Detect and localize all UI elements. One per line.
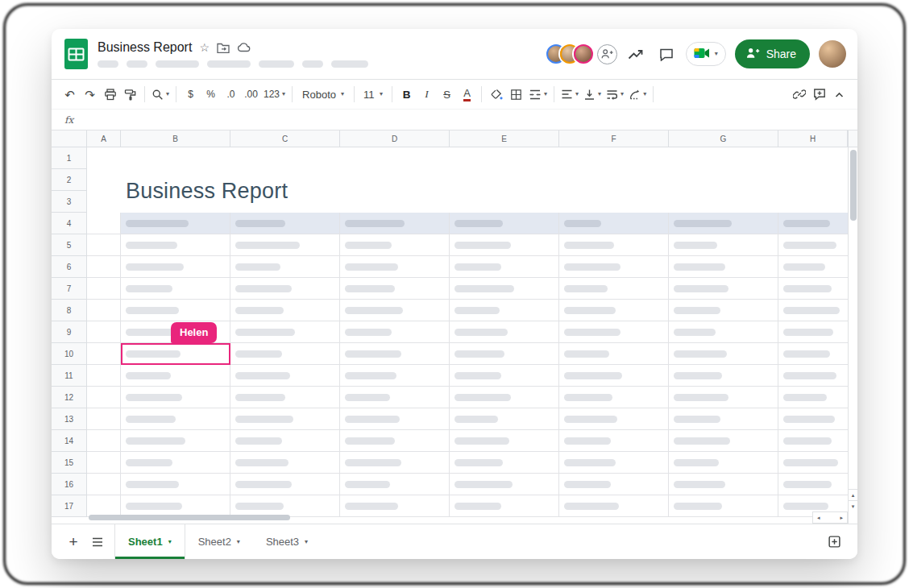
cell-A6[interactable] (87, 256, 121, 278)
row-header-2[interactable]: 2 (52, 169, 87, 191)
row-header-15[interactable]: 15 (52, 452, 87, 474)
cell-G8[interactable] (669, 300, 778, 321)
column-header-F[interactable]: F (559, 130, 669, 147)
cell-E6[interactable] (450, 256, 559, 278)
row-header-12[interactable]: 12 (52, 387, 87, 408)
cell-B12[interactable] (121, 387, 230, 408)
row-header-7[interactable]: 7 (52, 278, 87, 300)
formula-input[interactable] (91, 110, 857, 130)
side-panel-icon[interactable] (822, 530, 846, 554)
column-header-E[interactable]: E (450, 130, 559, 147)
cell-A14[interactable] (87, 430, 121, 452)
cell-B1[interactable] (121, 147, 230, 169)
cell-G5[interactable] (669, 234, 778, 256)
cell-E10[interactable] (450, 343, 559, 365)
cell-G10[interactable] (669, 343, 778, 365)
cell-B17[interactable] (121, 495, 230, 517)
cell-E15[interactable] (450, 452, 559, 474)
cell-D1[interactable] (340, 147, 450, 169)
cell-A15[interactable] (87, 452, 121, 474)
cell-D17[interactable] (340, 495, 450, 517)
meet-call-button[interactable]: ▾ (686, 42, 726, 66)
cell-F17[interactable] (559, 495, 669, 517)
row-header-10[interactable]: 10 (52, 343, 87, 365)
cell-F2[interactable] (559, 169, 669, 191)
number-format-button[interactable]: 123 ▾ (261, 84, 288, 105)
cell-H2[interactable] (778, 169, 857, 191)
row-header-5[interactable]: 5 (52, 234, 87, 256)
column-header-A[interactable]: A (87, 130, 121, 147)
insert-link-button[interactable] (789, 84, 809, 105)
cell-D15[interactable] (340, 452, 450, 474)
row-header-8[interactable]: 8 (52, 300, 87, 321)
cell-A11[interactable] (87, 365, 121, 387)
cell-G15[interactable] (669, 452, 778, 474)
cell-B14[interactable] (121, 430, 230, 452)
cell-B3[interactable] (121, 191, 230, 213)
row-header-4[interactable]: 4 (52, 213, 87, 234)
paint-format-button[interactable] (120, 84, 140, 105)
borders-button[interactable] (506, 84, 526, 105)
column-header-D[interactable]: D (340, 130, 450, 147)
cell-F4[interactable] (559, 213, 669, 234)
document-title[interactable]: Business Report (98, 40, 192, 55)
scroll-down-icon[interactable]: ▾ (849, 500, 857, 511)
cell-C2[interactable] (230, 169, 340, 191)
add-sheet-button[interactable]: + (61, 530, 85, 554)
insights-trend-icon[interactable] (626, 43, 647, 64)
cell-B9[interactable] (121, 321, 230, 343)
cloud-saved-icon[interactable] (237, 43, 251, 52)
cell-H3[interactable] (778, 191, 857, 213)
cell-B13[interactable] (121, 408, 230, 430)
cell-C15[interactable] (230, 452, 340, 474)
cell-D5[interactable] (340, 234, 450, 256)
cell-H7[interactable] (778, 278, 857, 300)
tab-sheet3[interactable]: Sheet3 ▾ (253, 524, 321, 559)
cell-B15[interactable] (121, 452, 230, 474)
font-size-select[interactable]: 11 ▾ (359, 84, 388, 105)
cell-C6[interactable] (230, 256, 340, 278)
tab-sheet1[interactable]: Sheet1 ▾ (114, 524, 185, 559)
google-sheets-logo-icon[interactable] (64, 39, 88, 69)
cell-H5[interactable] (778, 234, 857, 256)
cell-D4[interactable] (340, 213, 450, 234)
cell-G13[interactable] (669, 408, 778, 430)
row-header-13[interactable]: 13 (52, 408, 87, 430)
cell-C16[interactable] (230, 474, 340, 495)
cell-H9[interactable] (778, 321, 857, 343)
cell-G1[interactable] (669, 147, 778, 169)
cell-E8[interactable] (450, 300, 559, 321)
cell-F8[interactable] (559, 300, 669, 321)
text-wrap-button[interactable]: ▾ (604, 84, 626, 105)
cell-E5[interactable] (450, 234, 559, 256)
cell-D8[interactable] (340, 300, 450, 321)
cell-A12[interactable] (87, 387, 121, 408)
cell-A5[interactable] (87, 234, 121, 256)
horizontal-scroll-thumb[interactable] (89, 515, 290, 520)
cell-C4[interactable] (230, 213, 340, 234)
cell-E17[interactable] (450, 495, 559, 517)
comment-history-icon[interactable] (656, 43, 677, 64)
menu-item-skeleton-6[interactable] (302, 60, 323, 68)
horizontal-align-button[interactable]: ▾ (558, 84, 581, 105)
cell-F7[interactable] (559, 278, 669, 300)
cell-D14[interactable] (340, 430, 450, 452)
cell-F11[interactable] (559, 365, 669, 387)
share-button[interactable]: Share (735, 39, 810, 68)
cell-B11[interactable] (121, 365, 230, 387)
cell-B8[interactable] (121, 300, 230, 321)
cell-D2[interactable] (340, 169, 450, 191)
tab-sheet2[interactable]: Sheet2 ▾ (185, 524, 253, 559)
column-header-G[interactable]: G (669, 130, 778, 147)
cell-D3[interactable] (340, 191, 450, 213)
currency-format-button[interactable]: $ (181, 84, 201, 105)
fill-color-button[interactable] (486, 84, 506, 105)
cell-A1[interactable] (87, 147, 121, 169)
cell-D10[interactable] (340, 343, 450, 365)
cell-C11[interactable] (230, 365, 340, 387)
cell-E9[interactable] (450, 321, 559, 343)
cell-B6[interactable] (121, 256, 230, 278)
cell-A16[interactable] (87, 474, 121, 495)
cell-G9[interactable] (669, 321, 778, 343)
cell-G17[interactable] (669, 495, 778, 517)
